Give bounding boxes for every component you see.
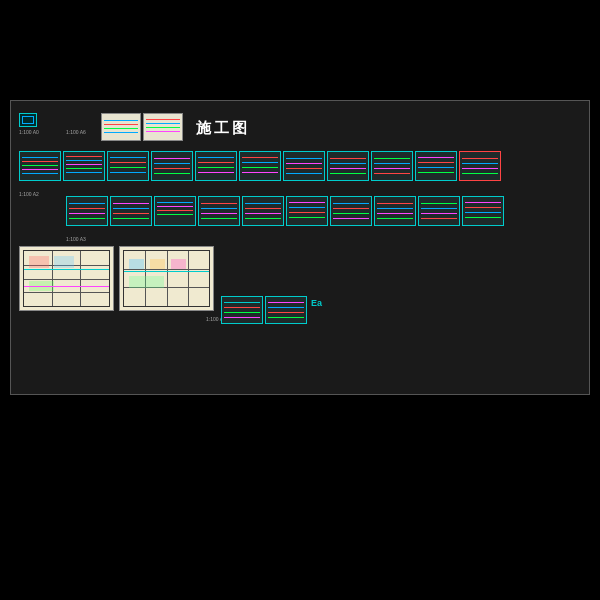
scale-label-row2: 1:100 A2 <box>19 191 39 197</box>
sheet-small-1 <box>19 113 37 127</box>
drawing-canvas: 施工图 1:100 A0 1:100 A6 1:100 A2 <box>10 100 590 395</box>
sheet-small-row4: Ea <box>221 296 307 324</box>
ea-label: Ea <box>311 298 322 308</box>
sheet-cluster-top <box>101 113 183 141</box>
scale-label-1: 1:100 A0 <box>19 129 39 135</box>
drawing-title: 施工图 <box>196 119 250 138</box>
scale-label-row3: 1:100 A3 <box>66 236 86 242</box>
sheet-row-3 <box>66 196 504 226</box>
sheet-row-2 <box>19 151 501 181</box>
scale-label-2: 1:100 A6 <box>66 129 86 135</box>
large-sheet-1 <box>19 246 114 311</box>
large-sheet-2 <box>119 246 214 311</box>
